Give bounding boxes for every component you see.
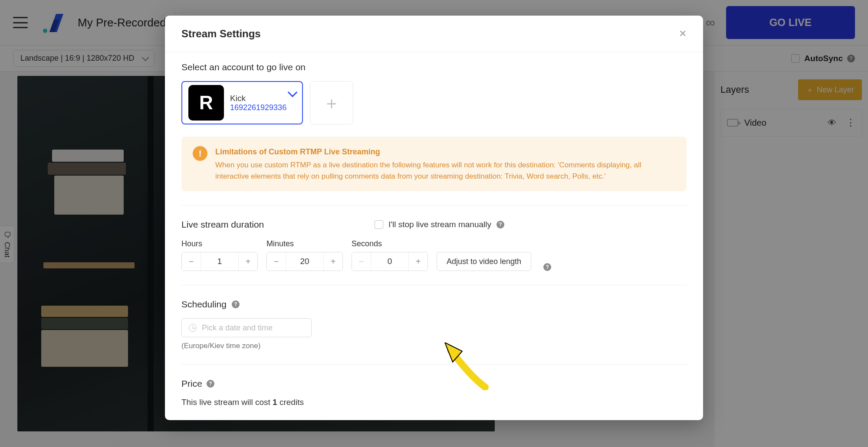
- help-icon[interactable]: ?: [496, 221, 504, 228]
- timezone-note: (Europe/Kiev time zone): [181, 342, 687, 350]
- minutes-input[interactable]: [286, 252, 323, 271]
- price-text: This live stream will cost 1 credits: [181, 398, 687, 407]
- chevron-down-icon: [288, 88, 298, 98]
- account-avatar: R: [188, 85, 224, 121]
- account-id: 1692261929336: [230, 103, 286, 112]
- account-section-label: Select an account to go live on: [181, 62, 687, 72]
- minutes-stepper: − +: [266, 252, 343, 271]
- price-title: Price ?: [181, 378, 687, 389]
- add-account-button[interactable]: ＋: [310, 81, 353, 124]
- seconds-increment[interactable]: +: [408, 252, 427, 271]
- stream-settings-modal: Stream Settings ✕ Select an account to g…: [165, 16, 703, 420]
- manual-stop-label: I'll stop live stream manually: [388, 220, 491, 229]
- modal-title: Stream Settings: [181, 28, 261, 40]
- warning-title: Limitations of Custom RTMP Live Streamin…: [215, 146, 675, 158]
- close-icon[interactable]: ✕: [679, 28, 687, 39]
- seconds-stepper: − +: [352, 252, 428, 271]
- seconds-label: Seconds: [352, 239, 428, 248]
- hours-decrement[interactable]: −: [182, 252, 201, 271]
- clock-icon: [189, 324, 197, 332]
- rtmp-warning: ! Limitations of Custom RTMP Live Stream…: [181, 137, 687, 191]
- hours-stepper: − +: [181, 252, 258, 271]
- seconds-decrement[interactable]: −: [352, 252, 371, 271]
- warning-body: When you use custom RTMP as a live desti…: [215, 161, 641, 180]
- adjust-to-video-button[interactable]: Adjust to video length: [437, 252, 531, 271]
- account-name: Kick: [230, 94, 286, 103]
- warning-icon: !: [193, 146, 207, 161]
- help-icon[interactable]: ?: [543, 263, 551, 271]
- minutes-increment[interactable]: +: [323, 252, 342, 271]
- minutes-label: Minutes: [266, 239, 343, 248]
- account-card[interactable]: R Kick 1692261929336: [181, 81, 303, 124]
- hours-input[interactable]: [201, 252, 238, 271]
- help-icon[interactable]: ?: [207, 380, 214, 388]
- modal-overlay: Stream Settings ✕ Select an account to g…: [0, 0, 868, 447]
- manual-stop-checkbox[interactable]: [375, 220, 383, 229]
- hours-increment[interactable]: +: [238, 252, 257, 271]
- plus-icon: ＋: [323, 91, 340, 115]
- date-time-picker[interactable]: Pick a date and time: [181, 318, 312, 337]
- help-icon[interactable]: ?: [232, 300, 240, 308]
- scheduling-title: Scheduling: [181, 299, 227, 310]
- duration-title: Live stream duration: [181, 219, 264, 230]
- hours-label: Hours: [181, 239, 258, 248]
- minutes-decrement[interactable]: −: [267, 252, 286, 271]
- date-placeholder: Pick a date and time: [202, 323, 273, 333]
- seconds-input[interactable]: [371, 252, 408, 271]
